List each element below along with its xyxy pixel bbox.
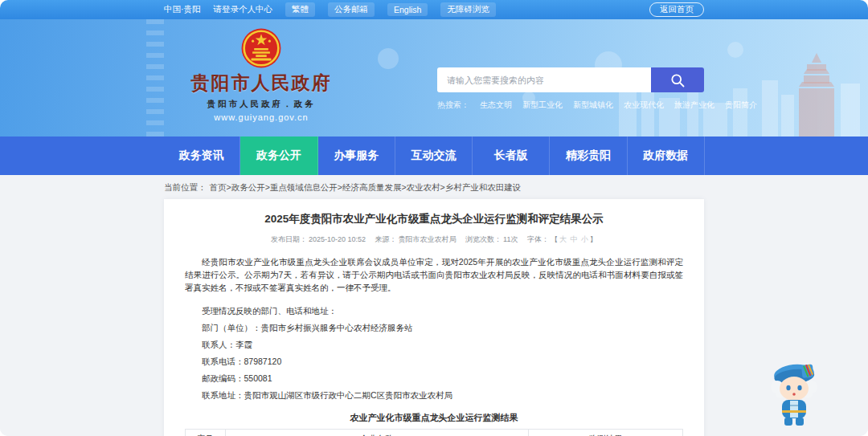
nav-tab[interactable]: 互动交流 xyxy=(395,137,473,175)
font-bracket: 】 xyxy=(590,235,597,243)
assistant-mascot-icon[interactable] xyxy=(767,360,821,430)
topbar-link[interactable]: 繁體 xyxy=(285,2,315,17)
site-header: 贵阳市人民政府 贵阳市人民政府．政务 www.guiyang.gov.cn xyxy=(0,19,868,137)
search-input[interactable] xyxy=(437,67,651,92)
nav-tab[interactable]: 精彩贵阳 xyxy=(550,137,627,175)
hot-search-word[interactable]: 农业现代化 xyxy=(624,100,664,111)
views-label: 浏览次数： xyxy=(465,235,502,243)
topbar: 中国·贵阳 请登录个人中心 繁體 公务邮箱 English 无障碍浏览 返回首页 xyxy=(0,0,868,19)
contact-line: 联系地址：贵阳市观山湖区市级行政中心二期C区贵阳市农业农村局 xyxy=(185,390,683,401)
back-home-button[interactable]: 返回首页 xyxy=(649,2,704,17)
article-paragraphs: 经贵阳市农业产业化市级重点龙头企业联席会议成员单位审定，现对2025年开展的农业… xyxy=(185,255,683,317)
nav-tab[interactable]: 政务资讯 xyxy=(163,137,240,175)
browser-page: 中国·贵阳 请登录个人中心 繁體 公务邮箱 English 无障碍浏览 返回首页 xyxy=(0,0,868,436)
publish-date: 2025-10-20 10:52 xyxy=(309,235,366,243)
nav-tab[interactable]: 政府数据 xyxy=(628,137,705,175)
primary-nav: 政务资讯 政务公开 办事服务 互动交流 长者版 精彩贵阳 政府数据 xyxy=(0,137,868,175)
col-header-result: 监测结果 xyxy=(529,430,683,436)
search-block: 热搜索： 生态文明新型工业化新型城镇化农业现代化旅游产业化贵阳简介 xyxy=(437,67,704,111)
breadcrumb: 当前位置： 首页>政务公开>重点领域信息公开>经济高质量发展>农业农村>乡村产业… xyxy=(164,175,704,194)
article-paragraph: 经贵阳市农业产业化市级重点龙头企业联席会议成员单位审定，现对2025年开展的农业… xyxy=(185,255,683,294)
col-header-company: 企业名称 xyxy=(225,430,529,436)
magnifier-icon xyxy=(669,72,686,88)
font-size-label: 字体： xyxy=(527,235,549,243)
font-bracket: 【 xyxy=(551,235,558,243)
contact-line: 联系人：李霞 xyxy=(185,340,683,351)
table-caption: 农业产业化市级重点龙头企业运行监测结果 xyxy=(185,412,683,424)
hot-search-word[interactable]: 新型城镇化 xyxy=(573,100,613,111)
topbar-link[interactable]: 中国·贵阳 xyxy=(164,4,201,15)
hot-search-row: 热搜索： 生态文明新型工业化新型城镇化农业现代化旅游产业化贵阳简介 xyxy=(437,100,704,111)
views-value: 11次 xyxy=(503,235,518,243)
font-size-medium-button[interactable]: 中 xyxy=(570,235,577,243)
hot-search-word[interactable]: 贵阳简介 xyxy=(725,100,757,111)
source-label: 来源： xyxy=(375,235,397,243)
font-size-large-button[interactable]: 大 xyxy=(559,235,567,243)
contact-line: 邮政编码：550081 xyxy=(185,373,683,385)
hot-search-word[interactable]: 生态文明 xyxy=(480,100,512,111)
breadcrumb-path[interactable]: 首页>政务公开>重点领域信息公开>经济高质量发展>农业农村>乡村产业和农田建设 xyxy=(210,182,522,194)
site-title: 贵阳市人民政府 xyxy=(169,71,354,96)
national-emblem-icon xyxy=(240,27,282,69)
nav-tab[interactable]: 政务公开 xyxy=(240,137,317,175)
col-header-index: 序号 xyxy=(186,430,226,436)
contact-line: 联系电话：87987120 xyxy=(185,357,683,368)
nav-tab[interactable]: 长者版 xyxy=(473,137,550,175)
article-card: 2025年度贵阳市农业产业化市级重点龙头企业运行监测和评定结果公示 发布日期：2… xyxy=(164,199,704,436)
font-size-small-button[interactable]: 小 xyxy=(581,235,588,243)
site-logo-block[interactable]: 贵阳市人民政府 贵阳市人民政府．政务 www.guiyang.gov.cn xyxy=(169,27,354,122)
article-meta: 发布日期：2025-10-20 10:52 来源：贵阳市农业农村局 浏览次数：1… xyxy=(185,234,683,245)
topbar-links: 中国·贵阳 请登录个人中心 繁體 公务邮箱 English 无障碍浏览 xyxy=(164,2,496,17)
hot-search-words: 生态文明新型工业化新型城镇化农业现代化旅游产业化贵阳简介 xyxy=(480,100,757,111)
monitoring-result-table: 序号 企业名称 监测结果 1 贵州合力超市采购有限公司 合格 xyxy=(185,429,683,436)
topbar-link[interactable]: 请登录个人中心 xyxy=(214,4,273,15)
nav-tab[interactable]: 办事服务 xyxy=(318,137,395,175)
search-button[interactable] xyxy=(651,67,704,92)
site-url: www.guiyang.gov.cn xyxy=(169,112,354,122)
topbar-link[interactable]: 无障碍浏览 xyxy=(440,2,496,17)
hot-search-label: 热搜索： xyxy=(437,100,469,111)
topbar-link[interactable]: 公务邮箱 xyxy=(328,2,375,17)
breadcrumb-label: 当前位置： xyxy=(164,182,207,194)
article-paragraph: 受理情况反映的部门、电话和地址： xyxy=(185,304,683,317)
topbar-link[interactable]: English xyxy=(387,3,428,16)
decorative-lines xyxy=(146,19,164,137)
contact-info: 部门（单位）：贵阳市乡村振兴服务中心农村经济服务站联系人：李霞联系电话：8798… xyxy=(185,323,683,401)
hot-search-word[interactable]: 旅游产业化 xyxy=(674,100,714,111)
publish-date-label: 发布日期： xyxy=(271,235,307,243)
main-content: 当前位置： 首页>政务公开>重点领域信息公开>经济高质量发展>农业农村>乡村产业… xyxy=(0,175,868,436)
site-subtitle: 贵阳市人民政府．政务 xyxy=(169,99,354,110)
hot-search-word[interactable]: 新型工业化 xyxy=(522,100,563,111)
article-title: 2025年度贵阳市农业产业化市级重点龙头企业运行监测和评定结果公示 xyxy=(185,212,683,226)
contact-line: 部门（单位）：贵阳市乡村振兴服务中心农村经济服务站 xyxy=(185,323,683,334)
source-value: 贵阳市农业农村局 xyxy=(399,235,457,243)
